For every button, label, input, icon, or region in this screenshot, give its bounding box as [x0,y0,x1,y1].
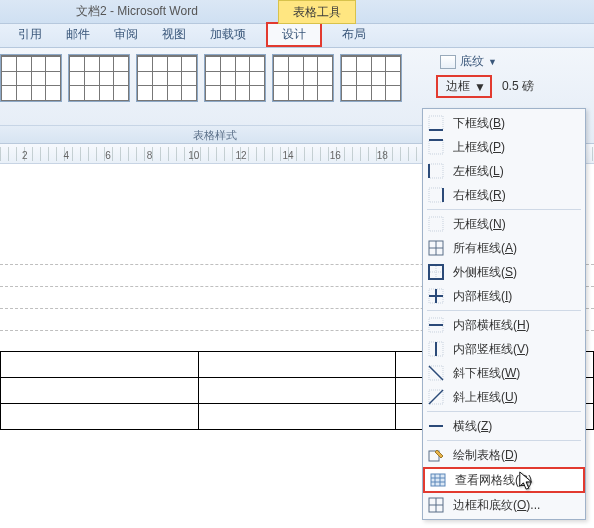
border-none-icon [427,215,445,233]
chevron-down-icon: ▼ [474,80,486,94]
style-thumb-red[interactable] [136,54,198,102]
menu-separator [427,209,581,210]
menu-item-label: 左框线(L) [453,163,504,180]
context-tab-table-tools: 表格工具 [278,0,356,24]
menu-item-border-h[interactable]: 内部横框线(H) [423,313,585,337]
border-inside-icon [427,287,445,305]
menu-item-view-gridlines[interactable]: 查看网格线(G) [423,467,585,493]
tab-layout[interactable]: 布局 [338,23,370,47]
menu-item-border-inside[interactable]: 内部框线(I) [423,284,585,308]
border-outside-icon [427,263,445,281]
tab-review[interactable]: 审阅 [110,23,142,47]
chevron-down-icon: ▼ [488,57,497,67]
menu-item-border-left[interactable]: 左框线(L) [423,159,585,183]
ribbon-tabs: 引用 邮件 审阅 视图 加载项 设计 布局 [0,24,594,48]
menu-item-draw-table[interactable]: 绘制表格(D) [423,443,585,467]
menu-item-border-top[interactable]: 上框线(P) [423,135,585,159]
menu-item-label: 内部横框线(H) [453,317,530,334]
svg-rect-4 [429,164,443,178]
tab-mailings[interactable]: 邮件 [62,23,94,47]
window-title: 文档2 - Microsoft Word [76,3,198,20]
view-gridlines-icon [429,471,447,489]
style-thumb-plain[interactable] [0,54,62,102]
menu-item-label: 绘制表格(D) [453,447,518,464]
border-v-icon [427,340,445,358]
menu-item-hline[interactable]: 横线(Z) [423,414,585,438]
menu-item-label: 查看网格线(G) [455,472,532,489]
menu-item-border-shade[interactable]: 边框和底纹(O)... [423,493,585,517]
svg-rect-6 [429,188,443,202]
menu-item-border-none[interactable]: 无框线(N) [423,212,585,236]
paint-bucket-icon [440,55,456,69]
svg-rect-8 [429,217,443,231]
border-h-icon [427,316,445,334]
svg-line-25 [429,390,443,404]
menu-item-border-diag-up[interactable]: 斜上框线(U) [423,385,585,409]
menu-item-border-right[interactable]: 右框线(R) [423,183,585,207]
menu-item-border-outside[interactable]: 外侧框线(S) [423,260,585,284]
border-diag-up-icon [427,388,445,406]
style-thumb-teal[interactable] [340,54,402,102]
shading-button[interactable]: 底纹 ▼ [436,52,588,71]
tab-view[interactable]: 视图 [158,23,190,47]
menu-item-label: 无框线(N) [453,216,506,233]
context-tab-label: 表格工具 [293,4,341,21]
menu-item-label: 斜上框线(U) [453,389,518,406]
menu-separator [427,440,581,441]
menu-item-label: 边框和底纹(O)... [453,497,540,514]
menu-separator [427,411,581,412]
menu-item-label: 内部竖框线(V) [453,341,529,358]
tab-design[interactable]: 设计 [266,22,322,47]
border-all-icon [427,239,445,257]
menu-item-label: 斜下框线(W) [453,365,520,382]
menu-item-border-v[interactable]: 内部竖框线(V) [423,337,585,361]
svg-rect-2 [429,140,443,154]
hline-icon [427,417,445,435]
border-weight[interactable]: 0.5 磅 [502,78,534,95]
group-label-table-styles: 表格样式 [0,125,430,143]
svg-rect-28 [431,474,445,486]
menu-separator [427,310,581,311]
style-thumb-purple[interactable] [272,54,334,102]
menu-item-label: 外侧框线(S) [453,264,517,281]
border-shade-icon [427,496,445,514]
border-bottom-icon [427,114,445,132]
menu-item-label: 上框线(P) [453,139,505,156]
border-label: 边框 [446,78,470,95]
style-thumb-green[interactable] [204,54,266,102]
menu-item-label: 横线(Z) [453,418,492,435]
border-diag-down-icon [427,364,445,382]
style-thumb-blue[interactable] [68,54,130,102]
border-right-icon [427,186,445,204]
menu-item-label: 内部框线(I) [453,288,512,305]
menu-item-border-all[interactable]: 所有框线(A) [423,236,585,260]
svg-rect-0 [429,116,443,130]
menu-item-border-bottom[interactable]: 下框线(B) [423,111,585,135]
border-dropdown-menu: 下框线(B)上框线(P)左框线(L)右框线(R)无框线(N)所有框线(A)外侧框… [422,108,586,520]
border-button[interactable]: 边框 ▼ [436,75,492,98]
border-top-icon [427,138,445,156]
menu-item-label: 右框线(R) [453,187,506,204]
menu-item-border-diag-down[interactable]: 斜下框线(W) [423,361,585,385]
menu-item-label: 下框线(B) [453,115,505,132]
svg-line-23 [429,366,443,380]
tab-addins[interactable]: 加载项 [206,23,250,47]
draw-table-icon [427,446,445,464]
tab-references[interactable]: 引用 [14,23,46,47]
menu-item-label: 所有框线(A) [453,240,517,257]
shading-label: 底纹 [460,53,484,70]
border-left-icon [427,162,445,180]
